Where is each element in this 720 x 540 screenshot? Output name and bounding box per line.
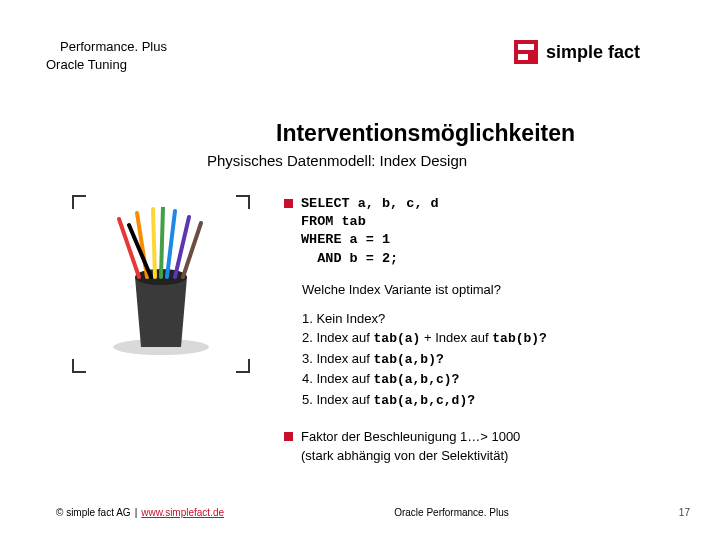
- opt2-code2: tab(b)?: [492, 331, 547, 346]
- slide: Performance. Plus Oracle Tuning simple f…: [0, 0, 720, 540]
- opt2-pre: 2. Index auf: [302, 330, 374, 345]
- page-number: 17: [679, 507, 690, 518]
- svg-line-9: [161, 207, 163, 277]
- footer-link[interactable]: www.simplefact.de: [141, 507, 224, 518]
- option-5: 5. Index auf tab(a,b,c,d)?: [302, 390, 680, 411]
- sql-l3: WHERE a = 1: [301, 232, 390, 247]
- sql-code: SELECT a, b, c, d FROM tab WHERE a = 1 A…: [301, 195, 439, 268]
- footer: © simple fact AG | www.simplefact.de Ora…: [56, 507, 690, 518]
- header-text: Performance. Plus Oracle Tuning: [46, 38, 167, 73]
- footer-center: Oracle Performance. Plus: [394, 507, 509, 518]
- option-3: 3. Index auf tab(a,b)?: [302, 349, 680, 370]
- option-2: 2. Index auf tab(a) + Index auf tab(b)?: [302, 328, 680, 349]
- opt4-pre: 4. Index auf: [302, 371, 374, 386]
- logo: simple fact: [514, 38, 674, 66]
- illustration-frame: [72, 195, 250, 373]
- opt5-pre: 5. Index auf: [302, 392, 374, 407]
- question-text: Welche Index Variante ist optimal?: [302, 282, 680, 297]
- opt2-code: tab(a): [374, 331, 421, 346]
- factor-l2: (stark abhängig von der Selektivität): [301, 448, 508, 463]
- footer-left: © simple fact AG | www.simplefact.de: [56, 507, 224, 518]
- opt3-code: tab(a,b)?: [374, 352, 444, 367]
- sql-l1: SELECT a, b, c, d: [301, 196, 439, 211]
- factor-text: Faktor der Beschleunigung 1…> 1000 (star…: [301, 428, 520, 464]
- sql-l2: FROM tab: [301, 214, 366, 229]
- corner-tl-icon: [72, 195, 86, 209]
- opt3-pre: 3. Index auf: [302, 351, 374, 366]
- svg-rect-2: [518, 54, 528, 60]
- svg-line-10: [167, 211, 175, 277]
- copyright: © simple fact AG: [56, 507, 131, 518]
- footer-separator: |: [135, 507, 138, 518]
- factor-block: Faktor der Beschleunigung 1…> 1000 (star…: [284, 428, 680, 464]
- svg-rect-0: [514, 40, 538, 64]
- opt2-mid: + Index auf: [420, 330, 492, 345]
- content-area: SELECT a, b, c, d FROM tab WHERE a = 1 A…: [284, 195, 680, 465]
- header: Performance. Plus Oracle Tuning simple f…: [0, 38, 720, 73]
- header-line1: Performance. Plus: [46, 38, 167, 56]
- options-list: 1. Kein Index? 2. Index auf tab(a) + Ind…: [302, 309, 680, 411]
- corner-br-icon: [236, 359, 250, 373]
- svg-line-8: [153, 209, 155, 277]
- option-4: 4. Index auf tab(a,b,c)?: [302, 369, 680, 390]
- page-title: Interventionsmöglichkeiten: [276, 120, 575, 147]
- page-subtitle: Physisches Datenmodell: Index Design: [207, 152, 467, 169]
- corner-bl-icon: [72, 359, 86, 373]
- opt5-code: tab(a,b,c,d)?: [374, 393, 475, 408]
- opt4-code: tab(a,b,c)?: [374, 372, 460, 387]
- opt1-text: 1. Kein Index?: [302, 311, 385, 326]
- header-line2: Oracle Tuning: [46, 56, 167, 74]
- pencil-cup-icon: [101, 207, 221, 357]
- sql-l4: AND b = 2;: [301, 251, 398, 266]
- bullet-icon: [284, 199, 293, 208]
- corner-tr-icon: [236, 195, 250, 209]
- svg-rect-1: [518, 44, 534, 50]
- bullet-icon: [284, 432, 293, 441]
- sql-block: SELECT a, b, c, d FROM tab WHERE a = 1 A…: [284, 195, 680, 268]
- logo-mark-icon: simple fact: [514, 38, 674, 66]
- svg-text:simple fact: simple fact: [546, 42, 640, 62]
- option-1: 1. Kein Index?: [302, 309, 680, 329]
- factor-l1: Faktor der Beschleunigung 1…> 1000: [301, 429, 520, 444]
